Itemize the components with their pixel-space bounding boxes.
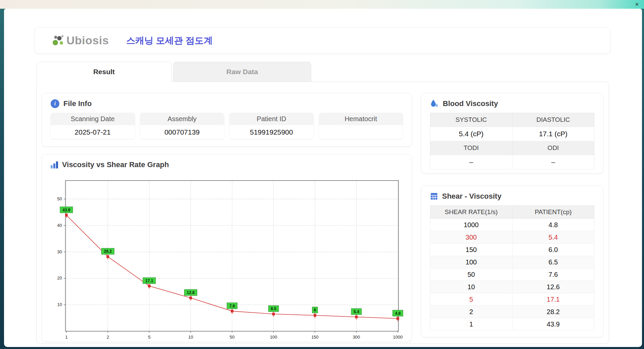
file-info-field: Scanning Date2025-07-21 <box>51 113 135 139</box>
svg-text:12.6: 12.6 <box>187 290 195 295</box>
file-info-title: i File Info <box>51 99 403 108</box>
patient-viscosity-cell: 17.1 <box>512 293 594 306</box>
shear-viscosity-card: Shear - Viscosity SHEAR RATE(1/s) PATIEN… <box>421 186 603 337</box>
svg-text:300: 300 <box>353 335 360 340</box>
info-icon: i <box>51 99 59 108</box>
patient-viscosity-cell: 43.9 <box>512 318 594 331</box>
svg-text:100: 100 <box>270 335 277 340</box>
svg-text:40: 40 <box>57 223 62 228</box>
droplet-icon <box>430 99 439 108</box>
svg-text:20: 20 <box>57 276 62 281</box>
odi-value: – <box>512 155 594 169</box>
window-titlebar: × <box>0 0 644 9</box>
blood-viscosity-title-label: Blood Viscosity <box>443 99 498 108</box>
field-label: Assembly <box>140 113 224 125</box>
patient-viscosity-cell: 7.6 <box>512 268 594 281</box>
shear-rate-cell: 2 <box>430 306 513 318</box>
svg-text:43.9: 43.9 <box>62 208 70 212</box>
svg-text:17.1: 17.1 <box>145 279 153 283</box>
calculator-icon <box>430 192 438 200</box>
tab-bar: Result Raw Data <box>36 62 311 82</box>
systolic-header: SYSTOLIC <box>430 113 513 127</box>
header-card: Ubiosis 스캐닝 모세관 점도계 <box>35 27 610 54</box>
svg-text:7.6: 7.6 <box>229 304 235 308</box>
patient-viscosity-cell: 5.4 <box>512 231 594 244</box>
file-info-field: Patient ID51991925900 <box>229 113 314 139</box>
shear-rate-cell: 5 <box>430 293 513 306</box>
content-panel: i File Info Scanning Date2025-07-21Assem… <box>36 82 609 344</box>
shear-table-row: 1006.5 <box>430 256 594 268</box>
tab-result[interactable]: Result <box>36 62 172 82</box>
svg-text:5: 5 <box>148 335 150 340</box>
patient-viscosity-cell: 28.2 <box>512 306 594 318</box>
svg-text:6: 6 <box>314 308 316 312</box>
shear-table-row: 3005.4 <box>430 231 594 244</box>
field-value <box>319 125 403 139</box>
svg-text:50: 50 <box>230 335 234 340</box>
todi-value: – <box>430 155 513 169</box>
viscosity-chart: 12510501001503001000102030405043.928.217… <box>42 174 412 342</box>
field-value: 2025-07-21 <box>51 125 135 139</box>
svg-text:2: 2 <box>107 335 109 340</box>
shear-rate-cell: 10 <box>430 281 513 293</box>
field-label: Hematocrit <box>319 113 403 125</box>
graph-title: Viscosity vs Shear Rate Graph <box>51 160 403 169</box>
svg-text:10: 10 <box>57 302 62 307</box>
shear-table-row: 1012.6 <box>430 281 594 293</box>
diastolic-value: 17.1 (cP) <box>512 127 594 141</box>
shear-rate-cell: 1 <box>430 318 513 331</box>
brand-name: Ubiosis <box>66 34 109 47</box>
file-info-field: Hematocrit <box>319 113 403 139</box>
svg-text:5.4: 5.4 <box>354 309 359 314</box>
shear-rate-cell: 50 <box>430 268 513 281</box>
patient-header: PATIENT(cp) <box>512 206 594 219</box>
shear-viscosity-title: Shear - Viscosity <box>430 192 594 201</box>
file-info-card: i File Info Scanning Date2025-07-21Assem… <box>42 93 412 147</box>
svg-text:6.5: 6.5 <box>271 306 276 311</box>
shear-viscosity-table: SHEAR RATE(1/s) PATIENT(cp) 10004.83005.… <box>430 205 594 331</box>
app-window: Ubiosis 스캐닝 모세관 점도계 Result Raw Data i Fi… <box>4 9 642 347</box>
shear-table-row: 1506.0 <box>430 244 594 256</box>
file-info-field: Assembly000707139 <box>140 113 224 139</box>
diastolic-header: DIASTOLIC <box>512 113 594 127</box>
blood-viscosity-table: SYSTOLIC DIASTOLIC 5.4 (cP) 17.1 (cP) TO… <box>430 113 594 169</box>
shear-table-row: 10004.8 <box>430 219 594 231</box>
todi-header: TODI <box>430 141 513 155</box>
field-label: Scanning Date <box>51 113 135 125</box>
graph-title-label: Viscosity vs Shear Rate Graph <box>62 160 169 169</box>
shear-rate-cell: 300 <box>430 231 513 244</box>
systolic-value: 5.4 (cP) <box>430 127 513 141</box>
shear-rate-cell: 100 <box>430 256 513 268</box>
shear-rate-header: SHEAR RATE(1/s) <box>430 206 513 219</box>
shear-viscosity-title-label: Shear - Viscosity <box>442 192 501 201</box>
shear-rate-cell: 150 <box>430 244 513 256</box>
patient-viscosity-cell: 4.8 <box>512 219 594 231</box>
close-icon[interactable]: × <box>635 1 639 8</box>
shear-table-row: 143.9 <box>430 318 594 331</box>
odi-header: ODI <box>512 141 594 155</box>
blood-viscosity-card: Blood Viscosity SYSTOLIC DIASTOLIC 5.4 (… <box>421 93 603 173</box>
blood-viscosity-title: Blood Viscosity <box>430 99 594 108</box>
patient-viscosity-cell: 6.0 <box>512 244 594 256</box>
shear-table-row: 507.6 <box>430 268 594 281</box>
page-title: 스캐닝 모세관 점도계 <box>126 35 213 47</box>
svg-text:50: 50 <box>57 196 62 201</box>
svg-text:150: 150 <box>311 335 319 340</box>
shear-table-row: 517.1 <box>430 293 594 306</box>
field-label: Patient ID <box>229 113 314 125</box>
ubiosis-logo: Ubiosis <box>50 34 109 48</box>
graph-card: Viscosity vs Shear Rate Graph 1251050100… <box>42 154 412 342</box>
svg-text:10: 10 <box>188 335 193 340</box>
shear-table-row: 228.2 <box>430 306 594 318</box>
patient-viscosity-cell: 6.5 <box>512 256 594 268</box>
shear-rate-cell: 1000 <box>430 219 513 231</box>
patient-viscosity-cell: 12.6 <box>512 281 594 293</box>
field-value: 51991925900 <box>229 125 314 139</box>
logo-dots-icon <box>50 34 64 48</box>
svg-text:1000: 1000 <box>393 335 403 340</box>
svg-text:4.8: 4.8 <box>395 311 401 316</box>
svg-text:30: 30 <box>57 249 62 254</box>
tab-raw-data[interactable]: Raw Data <box>173 62 311 82</box>
field-value: 000707139 <box>140 125 224 139</box>
svg-text:1: 1 <box>65 335 67 340</box>
